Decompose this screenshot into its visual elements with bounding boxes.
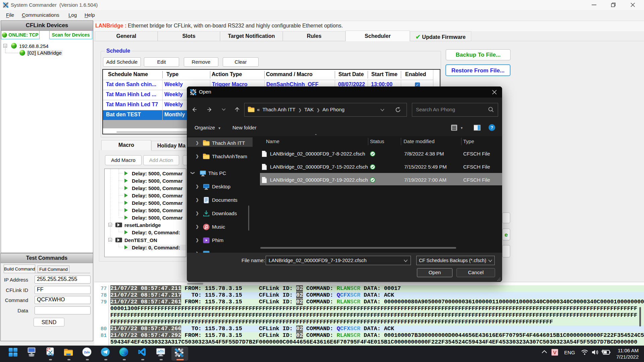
svg-text:?: ? (491, 125, 493, 130)
svg-text:Zalo: Zalo (84, 351, 90, 354)
